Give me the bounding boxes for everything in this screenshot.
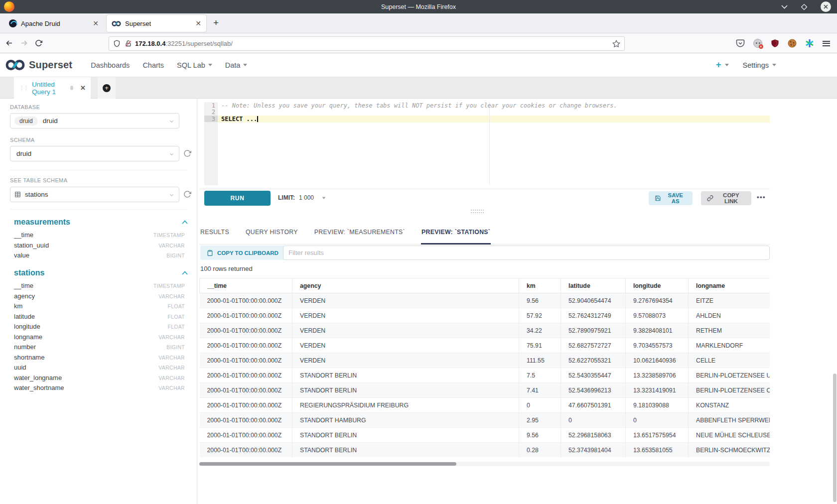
table-row[interactable]: 2000-01-01T00:00:00.000ZVERDEN57.9252.76… (200, 308, 770, 323)
copy-link-button[interactable]: COPY LINK (701, 191, 751, 205)
ublock-icon[interactable] (771, 39, 779, 48)
drag-grip-icon[interactable]: ⋮⋮ (19, 85, 28, 91)
column-type: VARCHAR (158, 365, 185, 371)
schema-column-row[interactable]: water_longnameVARCHAR (14, 374, 185, 384)
column-header[interactable]: __time (200, 278, 292, 293)
schema-column-row[interactable]: longitudeFLOAT (14, 323, 185, 333)
run-button[interactable]: RUN (204, 191, 271, 206)
settings-menu[interactable]: Settings (743, 61, 776, 69)
scrollbar-thumb[interactable] (199, 462, 456, 466)
save-as-button[interactable]: SAVE AS (649, 191, 693, 205)
table-row[interactable]: 2000-01-01T00:00:00.000ZVERDEN9.5652.904… (200, 293, 770, 308)
back-icon[interactable] (5, 39, 20, 47)
schema-column-row[interactable]: valueBIGINT (14, 252, 185, 262)
table-cell: 13.653581055 (626, 443, 689, 458)
window-restore-icon[interactable] (801, 3, 808, 10)
nav-sql-lab[interactable]: SQL Lab (170, 61, 219, 69)
tab-preview-measurements[interactable]: PREVIEW: `MEASUREMENTS` (314, 229, 406, 244)
pane-resize-handle[interactable] (471, 210, 484, 213)
schema-section-header[interactable]: stations (14, 268, 188, 277)
table-row[interactable]: 2000-01-01T00:00:00.000ZSTANDORT BERLIN0… (200, 443, 770, 458)
schema-section-header[interactable]: measurements (14, 218, 188, 227)
limit-dropdown[interactable]: LIMIT: 1 000 (278, 194, 326, 201)
chevron-down-icon (322, 197, 326, 199)
schema-column-row[interactable]: kmFLOAT (14, 302, 185, 313)
extension-asterisk-icon[interactable] (805, 39, 814, 48)
column-header[interactable]: agency (292, 278, 519, 293)
table-row[interactable]: 2000-01-01T00:00:00.000ZVERDEN34.2252.78… (200, 323, 770, 338)
table-row[interactable]: 2000-01-01T00:00:00.000ZSTANDORT BERLIN9… (200, 428, 770, 443)
nav-data[interactable]: Data (219, 61, 254, 69)
privacy-badger-icon[interactable]: ✕ (753, 39, 762, 48)
tab-preview-stations[interactable]: PREVIEW: `STATIONS` (421, 229, 491, 244)
table-cell: BERLIN-PLOETZENSEE UP (689, 368, 770, 383)
schema-column-row[interactable]: agencyVARCHAR (14, 292, 185, 303)
superset-logo[interactable]: Superset (5, 58, 72, 72)
schema-column-row[interactable]: __timeTIMESTAMP (14, 282, 185, 292)
schema-column-row[interactable]: uuidVARCHAR (14, 364, 185, 374)
table-row[interactable]: 2000-01-01T00:00:00.000ZSTANDORT BERLIN7… (200, 368, 770, 383)
vertical-scrollbar-thumb[interactable] (833, 374, 837, 502)
table-cell: 9.56 (519, 428, 561, 443)
column-header[interactable]: longname (689, 278, 770, 293)
insecure-lock-icon[interactable] (125, 39, 132, 48)
new-item-button[interactable]: + (716, 60, 729, 70)
filter-results-input[interactable] (283, 246, 770, 260)
window-close-icon[interactable] (821, 1, 831, 12)
chevron-up-icon[interactable] (182, 220, 188, 224)
pocket-icon[interactable] (736, 39, 745, 48)
browser-tab-druid[interactable]: Apache Druid ✕ (4, 15, 104, 32)
shield-icon[interactable] (113, 39, 121, 48)
database-select[interactable]: druid druid (10, 113, 179, 128)
chevron-up-icon[interactable] (182, 271, 188, 275)
schema-column-row[interactable]: station_uuidVARCHAR (14, 242, 185, 252)
table-cell: 13.3238589706 (626, 368, 689, 383)
column-header[interactable]: latitude (561, 278, 626, 293)
url-bar[interactable]: 172.18.0.4:32251/superset/sqllab/ (109, 36, 625, 51)
table-row[interactable]: 2000-01-01T00:00:00.000ZSTANDORT HAMBURG… (200, 413, 770, 428)
column-header[interactable]: longitude (626, 278, 689, 293)
chevron-down-icon (243, 64, 247, 66)
table-row[interactable]: 2000-01-01T00:00:00.000ZREGIERUNGSPRÄSID… (200, 398, 770, 413)
nav-charts[interactable]: Charts (136, 61, 170, 69)
nav-dashboards[interactable]: Dashboards (84, 61, 136, 69)
table-select[interactable]: stations (10, 187, 179, 202)
schema-select[interactable]: druid (10, 146, 179, 161)
menu-hamburger-icon[interactable] (823, 41, 830, 46)
schema-column-row[interactable]: numberBIGINT (14, 343, 185, 354)
table-cell: 9.56 (519, 293, 561, 308)
screen: Superset — Mozilla Firefox Apache Druid … (0, 0, 837, 504)
tab-results[interactable]: RESULTS (200, 229, 230, 244)
column-header[interactable]: km (519, 278, 561, 293)
refresh-schema-icon[interactable] (183, 149, 191, 157)
tab-close-icon[interactable]: ✕ (195, 19, 201, 27)
schema-column-row[interactable]: shortnameVARCHAR (14, 354, 185, 364)
schema-column-row[interactable]: longnameVARCHAR (14, 333, 185, 344)
window-minimize-icon[interactable] (781, 5, 788, 9)
forward-icon[interactable] (20, 39, 35, 47)
horizontal-scrollbar[interactable] (199, 462, 770, 466)
cookie-icon[interactable] (788, 39, 797, 48)
more-options-button[interactable]: ••• (757, 193, 766, 201)
firefox-icon (4, 1, 14, 12)
refresh-table-icon[interactable] (183, 190, 191, 198)
tab-close-icon[interactable]: ✕ (93, 19, 99, 27)
new-query-tab-button[interactable]: + (98, 77, 116, 99)
column-type: VARCHAR (158, 243, 185, 249)
schema-column-row[interactable]: __timeTIMESTAMP (14, 231, 185, 242)
browser-tab-superset[interactable]: Superset ✕ (107, 15, 206, 32)
table-row[interactable]: 2000-01-01T00:00:00.000ZVERDEN75.9152.68… (200, 338, 770, 353)
query-tab-active[interactable]: ⋮⋮ Untitled Query 1 ✕ (14, 77, 91, 99)
tab-query-history[interactable]: QUERY HISTORY (245, 229, 298, 244)
table-row[interactable]: 2000-01-01T00:00:00.000ZSTANDORT BERLIN7… (200, 383, 770, 398)
query-tab-close-icon[interactable]: ✕ (80, 84, 86, 92)
reload-icon[interactable] (35, 39, 50, 47)
sql-editor[interactable]: 1 2 3 -- Note: Unless you save your quer… (199, 99, 770, 189)
schema-column-row[interactable]: latitudeFLOAT (14, 313, 185, 323)
bookmark-star-icon[interactable] (612, 40, 620, 48)
schema-column-row[interactable]: water_shortnameVARCHAR (14, 384, 185, 394)
table-cell: VERDEN (292, 338, 519, 353)
table-row[interactable]: 2000-01-01T00:00:00.000ZVERDEN111.5552.6… (200, 353, 770, 368)
new-tab-button[interactable]: + (213, 17, 219, 28)
copy-to-clipboard-button[interactable]: COPY TO CLIPBOARD (200, 246, 285, 260)
